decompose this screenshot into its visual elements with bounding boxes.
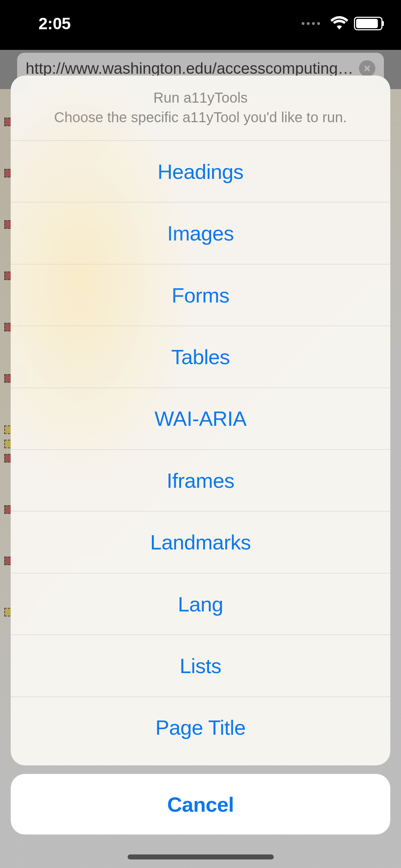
- option-lists[interactable]: Lists: [11, 635, 390, 696]
- status-icons: ••••: [301, 16, 382, 31]
- option-wai-aria[interactable]: WAI-ARIA: [11, 388, 390, 449]
- option-page-title[interactable]: Page Title: [11, 697, 390, 765]
- option-landmarks[interactable]: Landmarks: [11, 511, 390, 573]
- home-indicator[interactable]: [128, 854, 274, 859]
- cancel-button[interactable]: Cancel: [11, 774, 390, 835]
- action-sheet-header: Run a11yTools Choose the specific a11yTo…: [11, 76, 390, 140]
- battery-icon: [354, 17, 382, 30]
- action-sheet-options: Headings Images Forms Tables WAI-ARIA If…: [11, 140, 390, 765]
- action-sheet-subtitle: Choose the specific a11yTool you'd like …: [25, 109, 376, 125]
- option-forms[interactable]: Forms: [11, 264, 390, 326]
- option-images[interactable]: Images: [11, 202, 390, 264]
- action-sheet-title: Run a11yTools: [25, 90, 376, 106]
- wifi-icon: [330, 16, 348, 31]
- action-sheet: Run a11yTools Choose the specific a11yTo…: [11, 76, 390, 765]
- option-iframes[interactable]: Iframes: [11, 449, 390, 511]
- status-bar: 2:05 ••••: [0, 0, 401, 47]
- cellular-dots-icon: ••••: [301, 17, 322, 30]
- option-tables[interactable]: Tables: [11, 326, 390, 387]
- url-text: http://www.washington.edu/accesscomputin…: [26, 60, 355, 77]
- clear-url-icon[interactable]: [359, 60, 375, 77]
- option-lang[interactable]: Lang: [11, 573, 390, 635]
- option-headings[interactable]: Headings: [11, 140, 390, 202]
- status-time: 2:05: [38, 14, 71, 33]
